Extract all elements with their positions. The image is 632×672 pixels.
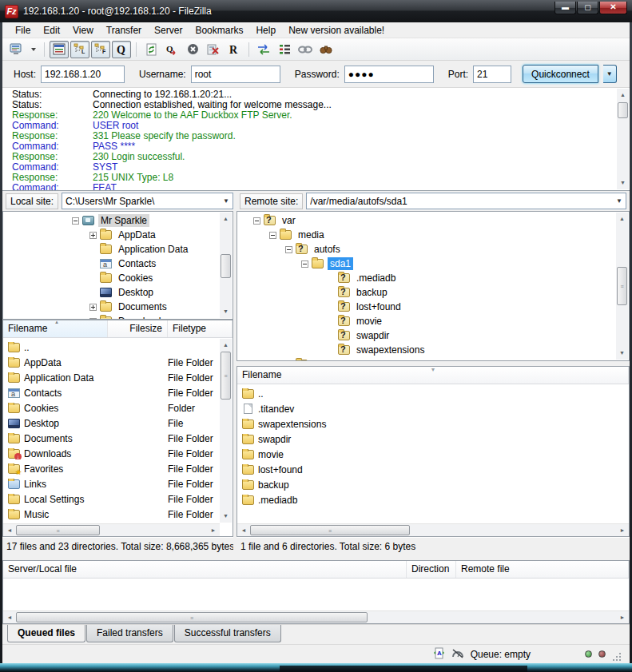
tree-expander-icon[interactable] xyxy=(285,246,292,253)
scroll-left-icon[interactable]: ◄ xyxy=(4,611,15,624)
column-header-server-local-file[interactable]: Server/Local file xyxy=(3,561,407,578)
find-files-button[interactable] xyxy=(316,41,336,58)
synchronized-browsing-button[interactable] xyxy=(296,41,315,58)
tree-expander-icon[interactable] xyxy=(72,217,79,225)
remote-tree-item[interactable]: .mediadb xyxy=(237,271,616,285)
local-tree-item[interactable]: Cookies xyxy=(3,271,220,285)
remote-tree-item[interactable]: sda1 xyxy=(237,256,616,271)
local-tree-scrollbar[interactable]: ▲ ▼ xyxy=(220,213,232,318)
directory-comparison-button[interactable] xyxy=(254,41,273,58)
remote-tree-item[interactable]: backup xyxy=(237,285,616,300)
local-file-row[interactable]: Music File Folder xyxy=(3,507,220,522)
local-tree-item[interactable]: Documents xyxy=(3,300,220,314)
local-list-hscrollbar[interactable]: ◄ ≡ ► xyxy=(3,523,220,536)
remote-file-row[interactable]: .. xyxy=(237,386,629,401)
scroll-right-icon[interactable]: ► xyxy=(617,611,628,624)
toggle-local-tree-button[interactable]: L xyxy=(70,41,89,58)
remote-file-row[interactable]: swapextensions xyxy=(237,416,629,431)
local-tree-item[interactable]: AppData xyxy=(3,228,220,242)
menu-item[interactable]: View xyxy=(66,23,100,38)
password-input[interactable] xyxy=(344,66,434,83)
remote-tree-item[interactable]: swapdir xyxy=(237,328,616,343)
maximize-button[interactable]: ▢ xyxy=(577,2,598,14)
close-button[interactable]: ✕ xyxy=(599,2,627,14)
local-file-row[interactable]: Downloads File Folder xyxy=(3,446,220,461)
toggle-transfer-queue-button[interactable]: Q xyxy=(112,41,131,58)
local-tree-item[interactable]: Contacts xyxy=(3,256,220,271)
local-file-row[interactable]: Favorites File Folder xyxy=(3,461,220,476)
minimize-button[interactable]: ▬ xyxy=(554,2,576,14)
scrollbar-thumb[interactable]: ≡ xyxy=(221,352,231,400)
port-input[interactable] xyxy=(473,66,511,83)
column-header-filename[interactable]: Filename xyxy=(237,367,629,384)
scroll-down-icon[interactable]: ▼ xyxy=(616,348,628,359)
queue-hscrollbar[interactable]: ◄ ≡ ► xyxy=(3,610,629,623)
menu-item[interactable]: Edit xyxy=(37,23,66,38)
remote-tree-item[interactable]: lost+found xyxy=(237,300,616,314)
process-queue-button[interactable]: Q xyxy=(162,41,181,58)
scroll-up-icon[interactable]: ▲ xyxy=(617,89,629,101)
menu-item[interactable]: Help xyxy=(249,23,282,38)
queue-tab[interactable]: Successful transfers xyxy=(174,625,281,642)
scrollbar-thumb[interactable]: ≡ xyxy=(617,267,627,305)
chevron-down-icon[interactable]: ▼ xyxy=(613,197,622,205)
remote-tree-item[interactable]: movie xyxy=(237,314,616,328)
scroll-up-icon[interactable]: ▲ xyxy=(220,340,232,351)
menu-item[interactable]: Server xyxy=(148,23,189,38)
local-list-scrollbar[interactable]: ▲ ≡ ▼ xyxy=(220,339,232,523)
scrollbar-thumb[interactable] xyxy=(618,102,628,118)
host-input[interactable] xyxy=(41,66,125,83)
local-tree-item[interactable]: Desktop xyxy=(3,285,220,300)
menu-item[interactable]: Bookmarks xyxy=(189,23,249,38)
toggle-remote-tree-button[interactable]: F xyxy=(91,41,110,58)
remote-file-row[interactable]: lost+found xyxy=(237,462,629,477)
remote-file-row[interactable]: movie xyxy=(237,447,629,462)
local-site-combo[interactable]: C:\Users\Mr Sparkle\ ▼ xyxy=(62,193,233,209)
resize-grip[interactable] xyxy=(612,652,622,662)
column-header-filetype[interactable]: Filetype xyxy=(168,320,233,337)
local-tree-item[interactable]: Mr Sparkle xyxy=(3,213,220,228)
local-file-row[interactable]: Documents File Folder xyxy=(3,431,220,446)
scroll-left-icon[interactable]: ◄ xyxy=(4,524,15,537)
scroll-down-icon[interactable]: ▼ xyxy=(220,511,232,522)
menu-item[interactable]: Transfer xyxy=(100,23,148,38)
local-file-row[interactable]: AppData File Folder xyxy=(3,355,220,370)
quickconnect-button[interactable]: Quickconnect xyxy=(523,65,598,83)
remote-file-row[interactable]: .mediadb xyxy=(237,492,629,507)
cancel-button[interactable] xyxy=(183,41,202,58)
scrollbar-thumb[interactable]: ≡ xyxy=(250,525,410,535)
local-file-row[interactable]: Links File Folder xyxy=(3,476,220,491)
tree-expander-icon[interactable] xyxy=(89,304,97,311)
reconnect-button[interactable]: R xyxy=(225,41,244,58)
remote-file-row[interactable]: backup xyxy=(237,477,629,492)
local-file-row[interactable]: Application Data File Folder xyxy=(3,370,220,385)
scroll-right-icon[interactable]: ► xyxy=(617,524,628,537)
remote-list-hscrollbar[interactable]: ◄ ≡ ► xyxy=(237,523,629,536)
queue-tab[interactable]: Failed transfers xyxy=(86,625,173,642)
scroll-down-icon[interactable]: ▼ xyxy=(220,306,232,317)
filter-button[interactable] xyxy=(275,41,294,58)
column-header-filesize[interactable]: Filesize xyxy=(108,320,168,337)
remote-tree-item[interactable]: dvd xyxy=(237,357,616,361)
remote-tree-scrollbar[interactable]: ▲ ≡ ▼ xyxy=(616,213,628,360)
scrollbar-thumb[interactable]: ≡ xyxy=(16,612,368,622)
scrollbar-thumb[interactable] xyxy=(221,254,231,278)
menu-item[interactable]: File xyxy=(9,23,37,38)
remote-site-combo[interactable]: /var/media/autofs/sda1 ▼ xyxy=(306,193,626,209)
local-file-row[interactable]: Desktop File xyxy=(3,416,220,431)
column-header-direction[interactable]: Direction xyxy=(407,561,456,578)
column-header-remote-file[interactable]: Remote file xyxy=(456,561,629,578)
remote-file-row[interactable]: .titandev xyxy=(237,401,629,416)
scroll-left-icon[interactable]: ◄ xyxy=(238,524,249,537)
disconnect-button[interactable] xyxy=(204,41,223,58)
local-tree-item[interactable]: Downloads xyxy=(3,314,220,320)
local-file-row[interactable]: Cookies Folder xyxy=(3,400,220,416)
chevron-down-icon[interactable]: ▼ xyxy=(220,197,229,205)
toggle-message-log-button[interactable] xyxy=(50,41,69,58)
remote-file-row[interactable]: swapdir xyxy=(237,431,629,447)
tree-expander-icon[interactable] xyxy=(253,217,260,225)
site-manager-button[interactable] xyxy=(7,41,26,58)
column-header-filename[interactable]: Filename▲ xyxy=(3,320,108,337)
site-manager-dropdown-button[interactable] xyxy=(28,41,39,58)
quickconnect-dropdown-button[interactable]: ▼ xyxy=(603,65,617,83)
